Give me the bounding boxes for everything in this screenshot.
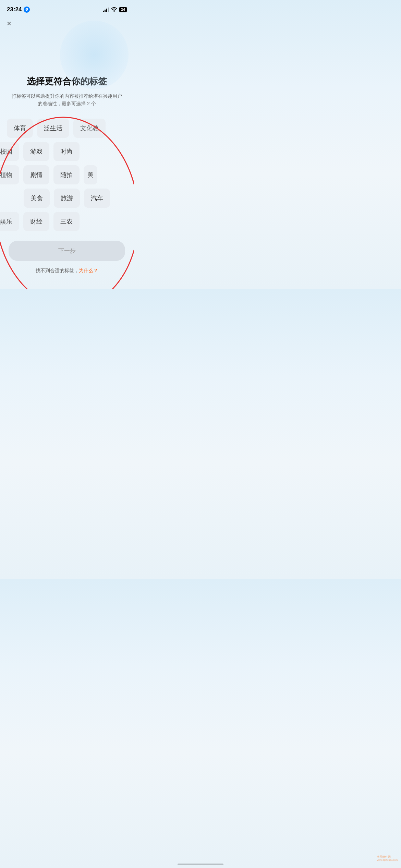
main-content: 选择更符合你的标签 打标签可以帮助提升你的内容被推荐给潜在兴趣用户的准确性，最多… bbox=[0, 75, 134, 274]
tag-row-4: 美食 旅游 汽车 bbox=[0, 189, 134, 208]
tag-beauty[interactable]: 美 bbox=[84, 165, 97, 184]
signal-bar-3 bbox=[106, 9, 107, 12]
location-icon bbox=[24, 7, 30, 13]
tag-drama[interactable]: 剧情 bbox=[23, 165, 49, 184]
hint-link[interactable]: 为什么？ bbox=[79, 268, 98, 273]
tag-row-3: 植物 剧情 随拍 美 bbox=[0, 165, 134, 184]
battery-indicator: 34 bbox=[119, 7, 127, 12]
tag-agriculture[interactable]: 三农 bbox=[53, 212, 80, 231]
signal-bars bbox=[103, 7, 109, 12]
svg-point-0 bbox=[113, 10, 115, 12]
wifi-icon bbox=[111, 7, 117, 13]
status-time: 23:24 bbox=[7, 6, 30, 13]
tag-row-2: 校园 游戏 时尚 bbox=[0, 142, 134, 161]
status-bar: 23:24 34 bbox=[0, 0, 134, 17]
tag-culture[interactable]: 文化教 bbox=[73, 119, 106, 138]
tag-row-1: 体育 泛生活 文化教 bbox=[0, 119, 134, 138]
tag-plants[interactable]: 植物 bbox=[0, 165, 19, 184]
tag-auto[interactable]: 汽车 bbox=[84, 189, 110, 208]
tag-row-5: 娱乐 财经 三农 bbox=[0, 212, 134, 231]
tag-gaming[interactable]: 游戏 bbox=[23, 142, 49, 161]
tag-lifestyle[interactable]: 泛生活 bbox=[37, 119, 69, 138]
page-title: 选择更符合你的标签 bbox=[7, 75, 127, 87]
tag-travel[interactable]: 旅游 bbox=[54, 189, 80, 208]
tag-food[interactable]: 美食 bbox=[24, 189, 50, 208]
battery-level: 34 bbox=[121, 8, 125, 12]
tag-candid[interactable]: 随拍 bbox=[53, 165, 80, 184]
tag-fashion[interactable]: 时尚 bbox=[53, 142, 80, 161]
signal-bar-4 bbox=[108, 8, 109, 12]
signal-bar-1 bbox=[103, 11, 104, 12]
bottom-hint: 找不到合适的标签，为什么？ bbox=[7, 268, 127, 274]
time-display: 23:24 bbox=[7, 6, 22, 13]
tag-entertainment[interactable]: 娱乐 bbox=[0, 212, 19, 231]
tag-finance[interactable]: 财经 bbox=[23, 212, 49, 231]
signal-bar-2 bbox=[105, 10, 106, 12]
status-right: 34 bbox=[103, 7, 127, 13]
next-button[interactable]: 下一步 bbox=[9, 241, 125, 261]
tag-campus[interactable]: 校园 bbox=[0, 142, 19, 161]
page-subtitle: 打标签可以帮助提升你的内容被推荐给潜在兴趣用户的准确性，最多可选择 2 个 bbox=[7, 92, 127, 108]
tag-sports[interactable]: 体育 bbox=[7, 119, 33, 138]
close-button[interactable]: × bbox=[7, 20, 11, 27]
tags-container: 体育 泛生活 文化教 校园 游戏 时尚 植物 剧情 随拍 美 美食 旅游 汽车 … bbox=[0, 119, 134, 231]
hint-text: 找不到合适的标签， bbox=[36, 268, 79, 273]
